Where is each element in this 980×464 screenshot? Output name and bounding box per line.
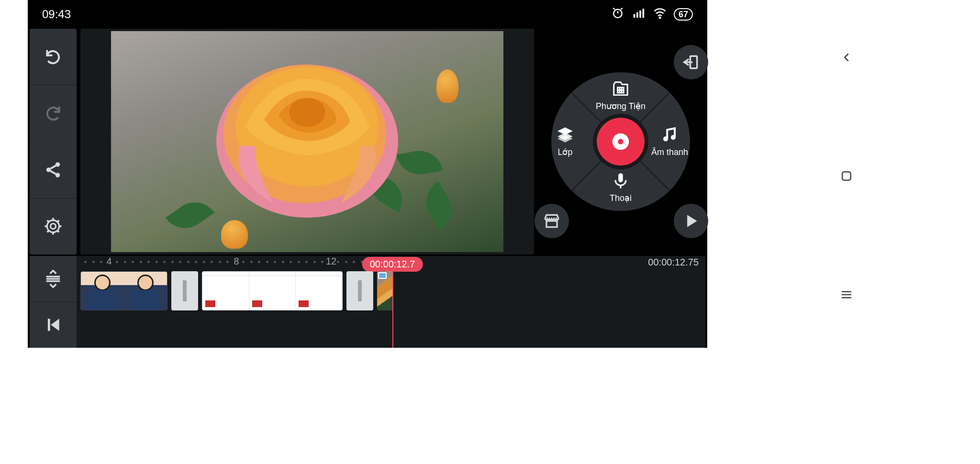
wheel-media-label: Phương Tiện <box>596 101 646 111</box>
jump-start-button[interactable] <box>30 302 77 348</box>
left-toolbar <box>30 29 77 254</box>
wheel-media-button[interactable]: Phương Tiện <box>596 80 646 111</box>
timeline: 4 8 12 00:00:12.7 00:00:12.75 <box>30 256 705 348</box>
alarm-icon <box>611 6 625 23</box>
svg-rect-11 <box>642 9 644 18</box>
redo-button[interactable] <box>30 85 77 142</box>
action-wheel-zone: Phương Tiện Âm thanh Thoại Lớp <box>537 29 704 254</box>
status-time: 09:43 <box>42 8 71 21</box>
preview-image <box>111 31 503 252</box>
svg-line-26 <box>47 231 49 232</box>
clip-screenshots[interactable] <box>202 271 343 310</box>
svg-line-16 <box>50 166 56 168</box>
svg-rect-42 <box>618 173 623 182</box>
nav-menu-icon[interactable] <box>839 287 854 305</box>
signal-icon <box>632 6 646 23</box>
wheel-audio-label: Âm thanh <box>651 147 688 157</box>
svg-line-27 <box>57 221 59 222</box>
clip-transition[interactable] <box>346 271 373 310</box>
preview-pane[interactable] <box>80 29 534 254</box>
wheel-voice-button[interactable]: Thoại <box>610 172 632 203</box>
status-bar: 09:43 67 <box>28 0 707 29</box>
svg-line-24 <box>47 221 49 222</box>
svg-point-19 <box>47 221 59 232</box>
timeline-body[interactable]: 4 8 12 00:00:12.7 00:00:12.75 <box>79 256 705 348</box>
svg-rect-34 <box>546 221 557 227</box>
svg-point-13 <box>46 167 51 172</box>
svg-marker-35 <box>687 215 697 227</box>
wheel-capture-button[interactable] <box>597 118 645 166</box>
svg-point-31 <box>289 98 325 127</box>
svg-point-15 <box>56 173 60 177</box>
svg-line-17 <box>50 171 56 174</box>
svg-point-41 <box>671 135 676 140</box>
ruler-mark: 12 <box>326 256 336 267</box>
clip-photo[interactable] <box>377 271 393 310</box>
editor-body: Phương Tiện Âm thanh Thoại Lớp <box>30 29 705 348</box>
battery-indicator: 67 <box>674 8 693 21</box>
svg-marker-51 <box>51 319 59 331</box>
svg-rect-10 <box>639 11 641 18</box>
svg-rect-9 <box>636 12 638 18</box>
action-wheel: Phương Tiện Âm thanh Thoại Lớp <box>551 72 690 211</box>
wheel-audio-button[interactable]: Âm thanh <box>651 126 688 157</box>
wheel-voice-label: Thoại <box>610 193 632 203</box>
settings-button[interactable] <box>30 199 77 254</box>
svg-point-14 <box>56 162 60 167</box>
svg-rect-0 <box>842 172 851 180</box>
nav-back-icon[interactable] <box>839 50 854 68</box>
total-duration: 00:00:12.75 <box>648 257 699 268</box>
android-nav-bar <box>713 0 980 355</box>
wifi-icon <box>653 6 667 23</box>
svg-point-18 <box>50 224 56 229</box>
clip-avatar[interactable] <box>80 271 167 310</box>
wheel-layer-button[interactable]: Lớp <box>556 126 574 157</box>
playhead-line[interactable] <box>392 269 393 348</box>
svg-line-25 <box>57 231 59 232</box>
svg-rect-50 <box>48 319 50 331</box>
ruler-mark: 4 <box>106 256 111 267</box>
svg-point-40 <box>663 136 668 141</box>
nav-recent-icon[interactable] <box>839 169 854 187</box>
svg-point-12 <box>659 17 661 19</box>
app-frame: 09:43 67 <box>28 0 707 348</box>
svg-line-6 <box>613 8 615 10</box>
ruler-mark: 8 <box>234 256 239 267</box>
timeline-ruler[interactable]: 4 8 12 00:00:12.7 00:00:12.75 <box>79 256 705 270</box>
page-whitespace <box>0 348 980 464</box>
clip-transition[interactable] <box>171 271 198 310</box>
timeline-left-tools <box>30 256 77 348</box>
wheel-layer-label: Lớp <box>557 147 572 157</box>
svg-line-7 <box>621 8 623 10</box>
undo-button[interactable] <box>30 29 77 85</box>
share-button[interactable] <box>30 142 77 199</box>
svg-rect-8 <box>634 14 635 18</box>
expand-tracks-button[interactable] <box>30 256 77 302</box>
